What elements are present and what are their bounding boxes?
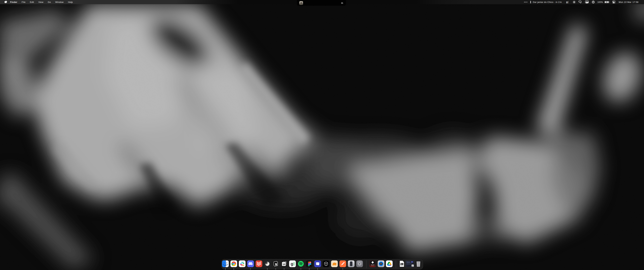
svg-text:g: g: [291, 261, 293, 266]
svg-text:raycast: raycast: [371, 264, 374, 266]
svg-text:10: 10: [282, 263, 285, 266]
